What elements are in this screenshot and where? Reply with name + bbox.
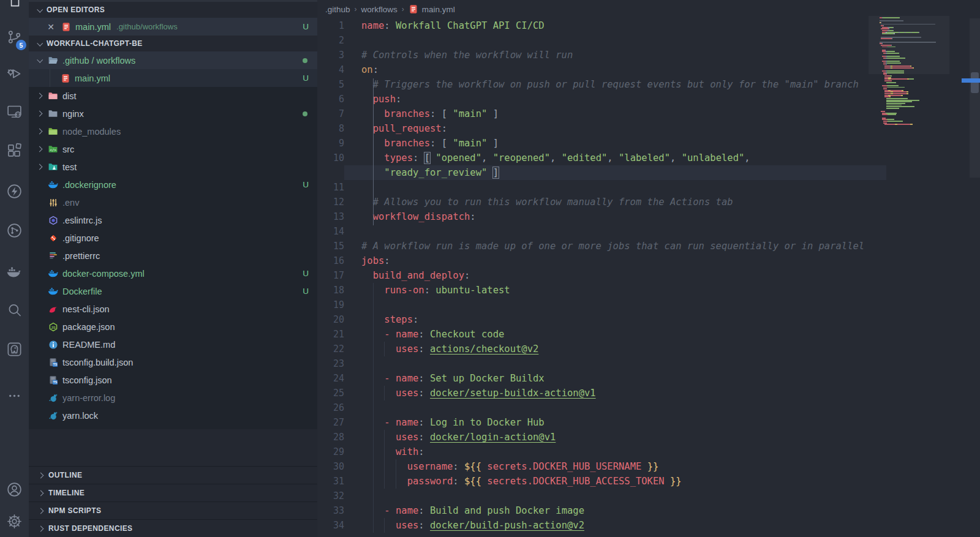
code-line-27[interactable]: 27 - name: Log in to Docker Hub <box>317 415 980 430</box>
tree-item-package-json[interactable]: JSpackage.json <box>29 318 317 336</box>
close-icon[interactable]: ✕ <box>46 22 56 32</box>
tree-item--gitignore[interactable]: .gitignore <box>29 229 317 247</box>
code-line-17[interactable]: 17 build_and_deploy: <box>317 268 980 283</box>
code-line-34[interactable]: 34 uses: docker/build-push-action@v2 <box>317 518 980 533</box>
code-line-wrap[interactable]: "ready_for_review" ] <box>317 165 980 180</box>
code-line-26[interactable]: 26 <box>317 400 980 415</box>
tree-item--github-workflows[interactable]: .github / workflows <box>29 51 317 69</box>
panel-header-outline[interactable]: OUTLINE <box>29 466 317 484</box>
tree-item-yarn-lock[interactable]: yarn.lock <box>29 407 317 424</box>
editor-scrollbar[interactable] <box>970 18 980 178</box>
tree-item-src[interactable]: </>src <box>29 140 317 158</box>
line-number: 12 <box>317 195 344 209</box>
code-line-22[interactable]: 22 uses: actions/checkout@v2 <box>317 342 980 356</box>
chevron-right-icon <box>37 93 43 99</box>
tree-item-test[interactable]: test <box>29 158 317 176</box>
code-line-10[interactable]: 10 types: [ "opened", "reopened", "edite… <box>317 151 980 165</box>
token: : <box>418 388 424 399</box>
token: : <box>418 373 424 384</box>
code-line-13[interactable]: 13 workflow_dispatch: <box>317 209 980 224</box>
breadcrumb-item[interactable]: .github <box>325 5 350 14</box>
code-line-29[interactable]: 29 with: <box>317 445 980 459</box>
token: , <box>744 152 750 163</box>
project-root-header[interactable]: WORKFALL-CHATGPT-BE <box>29 36 317 51</box>
tree-item-tsconfig-json[interactable]: TStsconfig.json <box>29 371 317 389</box>
token <box>487 167 492 178</box>
tree-item--env[interactable]: .env <box>29 193 317 211</box>
explorer-icon[interactable] <box>7 0 23 11</box>
tree-item-readme-md[interactable]: README.md <box>29 336 317 353</box>
indent-guide <box>373 371 374 386</box>
code-line-25[interactable]: 25 uses: docker/setup-buildx-action@v1 <box>317 386 980 400</box>
open-editors-header[interactable]: OPEN EDITORS <box>29 2 317 18</box>
tree-item-label: tsconfig.build.json <box>62 358 133 367</box>
code-line-23[interactable]: 23 <box>317 356 980 371</box>
tree-item-docker-compose-yml[interactable]: docker-compose.ymlU <box>29 265 317 282</box>
indent-guide <box>384 459 385 474</box>
code-line-20[interactable]: 20 steps: <box>317 312 980 327</box>
token: build_and_deploy <box>361 270 464 281</box>
run-and-debug-icon[interactable] <box>0 59 29 88</box>
tree-item-nest-cli-json[interactable]: nest-cli.json <box>29 300 317 318</box>
yarn-icon <box>48 410 58 421</box>
search-icon[interactable] <box>0 295 29 325</box>
tree-item-label: .env <box>62 198 79 208</box>
accounts-icon[interactable] <box>0 473 29 505</box>
code-line-12[interactable]: 12 # Allows you to run this workflow man… <box>317 195 980 209</box>
tree-item-dockerfile[interactable]: DockerfileU <box>29 282 317 300</box>
project-root-title: WORKFALL-CHATGPT-BE <box>47 39 143 48</box>
code-line-28[interactable]: 28 uses: docker/login-action@v1 <box>317 430 980 445</box>
tree-item--eslintrc-js[interactable]: .eslintrc.js <box>29 211 317 229</box>
manage-settings-icon[interactable] <box>0 505 29 537</box>
minimap[interactable] <box>880 17 938 126</box>
tree-item-label: README.md <box>62 340 115 350</box>
panel-header-npm-scripts[interactable]: NPM SCRIPTS <box>29 501 317 519</box>
code-line-15[interactable]: 15# A workflow run is made up of one or … <box>317 239 980 253</box>
remote-explorer-icon[interactable] <box>0 97 29 126</box>
chevron-right-icon <box>37 146 43 152</box>
code-line-24[interactable]: 24 - name: Set up Docker Buildx <box>317 371 980 386</box>
tree-item-node-modules[interactable]: node_modules <box>29 122 317 140</box>
code-line-30[interactable]: 30 username: ${{ secrets.DOCKER_HUB_USER… <box>317 459 980 474</box>
token: , <box>550 152 556 163</box>
code-line-11[interactable]: 11 <box>317 180 980 195</box>
panel-header-rust-dependencies[interactable]: RUST DEPENDENCIES <box>29 519 317 537</box>
tree-item-nginx[interactable]: nginx <box>29 105 317 122</box>
breadcrumb-item[interactable]: workflows <box>361 5 398 14</box>
extensions-icon[interactable] <box>0 136 29 165</box>
code-line-32[interactable]: 32 <box>317 489 980 503</box>
panel-header-timeline[interactable]: TIMELINE <box>29 484 317 501</box>
code-line-9[interactable]: 9 branches: [ "main" ] <box>317 136 980 151</box>
code-line-33[interactable]: 33 - name: Build and push Docker image <box>317 503 980 518</box>
tree-item--dockerignore[interactable]: .dockerignoreU <box>29 176 317 193</box>
tree-item--prettierrc[interactable]: .prettierrc <box>29 247 317 265</box>
tree-item-yarn-error-log[interactable]: yarn-error.log <box>29 389 317 407</box>
thunder-client-icon[interactable] <box>0 176 29 206</box>
token: name <box>361 20 384 31</box>
code-line-21[interactable]: 21 - name: Checkout code <box>317 327 980 342</box>
tree-item-main-yml[interactable]: main.ymlU <box>29 69 317 87</box>
git-graph-icon[interactable] <box>0 216 29 245</box>
postgres-explorer-icon[interactable] <box>0 334 29 364</box>
code-line-19[interactable]: 19 <box>317 298 980 312</box>
node-icon: JS <box>48 321 58 332</box>
git-status-badge: U <box>303 73 309 83</box>
more-views-icon[interactable] <box>0 381 29 410</box>
token: : <box>418 446 424 457</box>
open-editor-item[interactable]: ✕main.yml.github/workflowsU <box>29 18 317 36</box>
scrollbar-thumb[interactable] <box>971 72 979 93</box>
source-control-icon[interactable]: 5 <box>0 22 29 51</box>
code-line-14[interactable]: 14 <box>317 224 980 239</box>
docker-icon[interactable] <box>0 257 29 287</box>
code-line-18[interactable]: 18 runs-on: ubuntu-latest <box>317 283 980 298</box>
tree-item-tsconfig-build-json[interactable]: TStsconfig.build.json <box>29 353 317 371</box>
code-line-16[interactable]: 16jobs: <box>317 253 980 268</box>
tree-item-dist[interactable]: dist <box>29 87 317 105</box>
token: password <box>361 476 453 487</box>
indent-guide <box>373 400 374 415</box>
breadcrumb-item[interactable]: main.yml <box>422 5 455 14</box>
indent-guide <box>373 298 374 312</box>
code-line-31[interactable]: 31 password: ${{ secrets.DOCKER_HUB_ACCE… <box>317 474 980 489</box>
indent-guide <box>373 312 374 327</box>
git-modified-dot <box>303 58 307 63</box>
